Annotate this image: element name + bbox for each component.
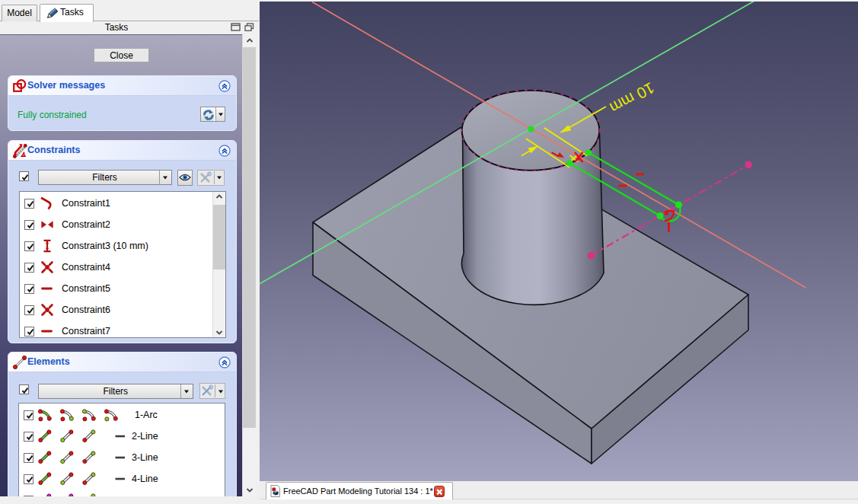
constraint-label[interactable]: Constraint6 (62, 305, 110, 315)
constraint-label[interactable]: Constraint3 (10 mm) (62, 241, 148, 251)
row-checkbox[interactable] (24, 241, 34, 251)
element-label[interactable]: 3-Line (132, 452, 158, 463)
constraints-header[interactable]: Constraints (8, 141, 236, 161)
element-arc-glyph[interactable] (104, 408, 119, 422)
collapse-solver-icon[interactable] (218, 80, 231, 92)
refresh-button[interactable] (200, 107, 225, 122)
element-line-glyph[interactable] (59, 472, 75, 486)
constraint-label[interactable]: Constraint5 (62, 283, 110, 294)
row-checkbox[interactable] (24, 220, 34, 230)
panel-scroll-down[interactable] (243, 483, 256, 496)
dock-button-icon[interactable] (231, 23, 241, 31)
element-line-glyph[interactable] (81, 451, 97, 464)
element-line-glyph[interactable] (37, 472, 53, 486)
element-line-glyph[interactable] (81, 472, 97, 486)
vertex[interactable] (585, 150, 592, 156)
constraint-row[interactable]: Constraint4 (20, 257, 225, 278)
row-checkbox[interactable] (24, 305, 34, 315)
constraint-label[interactable]: Constraint1 (62, 198, 110, 209)
construction-endpoint[interactable] (588, 252, 595, 260)
row-checkbox[interactable] (24, 432, 33, 442)
show-hide-eye-button[interactable] (177, 170, 193, 186)
element-arc-glyph[interactable] (37, 408, 53, 422)
constraints-filter-checkbox[interactable] (19, 171, 29, 181)
mdi-tab-active[interactable]: FreeCAD Part Modeling Tutorial 134 : 1* (266, 482, 453, 499)
constraints-filter-combo-arrow[interactable] (159, 171, 171, 184)
constraint-row[interactable]: Constraint1 (20, 193, 225, 214)
element-row[interactable]: 1-Arc (19, 404, 225, 426)
constraint-row[interactable]: Constraint5 (20, 278, 225, 299)
collapse-elements-icon[interactable] (218, 356, 231, 368)
element-row[interactable]: 2-Line (19, 426, 225, 447)
constraints-scrollbar[interactable] (212, 192, 225, 337)
vertex[interactable] (566, 160, 573, 166)
element-label[interactable]: 2-Line (132, 431, 158, 442)
element-label[interactable]: 4-Line (132, 474, 158, 484)
element-line-glyph[interactable] (59, 429, 75, 443)
elements-settings-button[interactable] (199, 383, 225, 399)
constraint-horizontal-icon (40, 324, 55, 339)
constraint-symmetric-icon (40, 260, 55, 275)
element-row[interactable]: 4-Line (19, 468, 225, 490)
constraint-row[interactable]: Constraint3 (10 mm) (20, 235, 225, 257)
elements-filter-checkbox[interactable] (19, 384, 29, 394)
element-row[interactable]: 5-Line (19, 490, 225, 496)
tab-model[interactable]: Model (2, 5, 37, 21)
constraint-label[interactable]: Constraint7 (62, 326, 110, 337)
row-checkbox[interactable] (24, 199, 34, 209)
element-arc-glyph[interactable] (81, 408, 97, 422)
tab-tasks[interactable]: Tasks (40, 4, 94, 22)
origin-point[interactable] (528, 126, 534, 132)
element-line-glyph[interactable] (81, 493, 97, 496)
vertex[interactable] (656, 212, 663, 219)
element-line-glyph[interactable] (37, 451, 53, 464)
panel-scroll-up[interactable] (243, 34, 256, 47)
panel-scroll-thumb[interactable] (243, 47, 256, 428)
element-row[interactable]: 3-Line (19, 447, 225, 468)
solver-header[interactable]: Solver messages (8, 76, 236, 96)
mdi-tab-close-button[interactable] (434, 486, 445, 497)
constraints-scroll-up[interactable] (213, 192, 225, 202)
constraint-vertical-distance-icon (40, 238, 55, 254)
row-checkbox[interactable] (24, 327, 34, 337)
elements-header[interactable]: Elements (8, 352, 236, 372)
element-line-glyph[interactable] (59, 451, 75, 464)
vertex[interactable] (675, 201, 682, 208)
constraint-label[interactable]: Constraint2 (62, 219, 110, 230)
row-checkbox[interactable] (24, 410, 33, 420)
viewport-3d[interactable]: 10 mm (260, 2, 858, 481)
element-label[interactable]: 5-Line (132, 495, 158, 496)
element-line-glyph[interactable] (59, 493, 75, 496)
constraints-scroll-thumb[interactable] (213, 205, 225, 270)
section-elements: Elements Filters (8, 352, 237, 496)
cylinder-pad[interactable] (461, 90, 604, 305)
row-checkbox[interactable] (24, 453, 33, 463)
element-line-glyph[interactable] (37, 493, 53, 496)
refresh-dropdown[interactable] (215, 107, 225, 121)
row-checkbox[interactable] (24, 474, 33, 484)
element-line-glyph[interactable] (81, 429, 97, 443)
row-checkbox[interactable] (24, 284, 34, 294)
element-line-glyph[interactable] (37, 429, 53, 443)
float-button-icon[interactable] (244, 23, 254, 31)
panel-scrollbar[interactable] (242, 34, 256, 496)
construction-endpoint[interactable] (745, 161, 752, 169)
constraints-scroll-down[interactable] (213, 327, 225, 337)
constraint-label[interactable]: Constraint4 (62, 262, 110, 273)
chevron-down-icon (215, 327, 223, 337)
close-button[interactable]: Close (94, 48, 149, 62)
constraints-settings-button[interactable] (197, 170, 225, 186)
element-arc-glyph[interactable] (59, 408, 75, 422)
elements-filter-combo-arrow[interactable] (180, 384, 193, 398)
constraint-row[interactable]: Constraint7 (20, 321, 225, 342)
elements-filter-combo[interactable]: Filters (38, 384, 193, 399)
constraints-filter-combo[interactable]: Filters (38, 170, 172, 185)
solver-status: Fully constrained (18, 110, 87, 120)
collapse-constraints-icon[interactable] (218, 145, 231, 157)
marker-horizontal-tick (636, 173, 644, 175)
element-label[interactable]: 1-Arc (135, 410, 158, 420)
row-checkbox[interactable] (24, 496, 33, 497)
constraint-row[interactable]: Constraint6 (20, 299, 225, 321)
constraint-row[interactable]: Constraint2 (20, 214, 225, 235)
row-checkbox[interactable] (24, 263, 34, 273)
